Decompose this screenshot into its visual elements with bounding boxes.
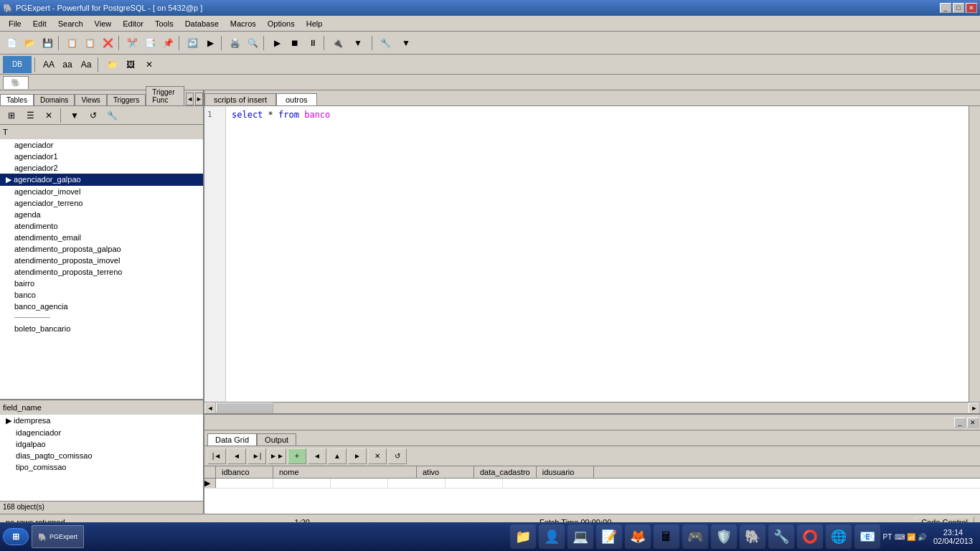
tb-btn-19[interactable]: 🔧 — [377, 34, 394, 52]
taskbar-app-6[interactable]: 🛡️ — [711, 524, 737, 549]
table-item[interactable]: banco — [0, 289, 203, 301]
minimize-btn[interactable]: _ — [940, 3, 951, 13]
db-icon-btn[interactable]: DB — [3, 56, 32, 73]
menu-database[interactable]: Database — [179, 18, 225, 29]
tb-btn-15[interactable]: ⏹ — [286, 34, 303, 52]
table-list[interactable]: agenciador agenciador1 agenciador2 ▶ age… — [0, 139, 203, 399]
tab-output[interactable]: Output — [257, 433, 296, 446]
image-btn[interactable]: 🖼 — [122, 56, 139, 73]
grid-view-btn[interactable]: ⊞ — [3, 107, 20, 124]
nav-last-btn[interactable]: ►| — [248, 448, 266, 464]
menu-search[interactable]: Search — [52, 18, 89, 29]
undo-btn[interactable]: ↩️ — [184, 34, 201, 52]
tb-btn-18[interactable]: ▼ — [347, 34, 369, 52]
nav-next-btn[interactable]: ►► — [268, 448, 286, 464]
fields-list[interactable]: ▶ idempresa idagenciador idgalpao dias_p… — [0, 415, 203, 501]
menu-macros[interactable]: Macros — [225, 18, 262, 29]
tab-tables[interactable]: Tables — [0, 94, 34, 105]
taskbar-app-2[interactable]: 👤 — [539, 524, 565, 549]
tb-btn-4[interactable]: 📋 — [63, 34, 80, 52]
font-a-small-btn[interactable]: aa — [59, 56, 76, 73]
add-row-btn[interactable]: + — [288, 448, 306, 464]
menu-editor[interactable]: Editor — [117, 18, 149, 29]
tb-btn-5[interactable]: 📋 — [81, 34, 98, 52]
db-connection-tab[interactable]: 🐘 — [3, 76, 29, 89]
table-item[interactable]: atendimento — [0, 220, 203, 232]
list-view-btn[interactable]: ☰ — [22, 107, 39, 124]
table-item[interactable]: agenciador_imovel — [0, 186, 203, 197]
data-area-close[interactable]: ✕ — [967, 418, 979, 428]
delete-row-btn[interactable]: ✕ — [368, 448, 387, 464]
tb-btn-20[interactable]: ▼ — [395, 34, 418, 52]
grid-data-nome[interactable] — [273, 479, 331, 488]
save-btn[interactable]: 💾 — [39, 34, 56, 52]
table-item[interactable]: atendimento_proposta_imovel — [0, 255, 203, 266]
tb-btn-16[interactable]: ⏸ — [304, 34, 321, 52]
field-item[interactable]: idgalpao — [0, 438, 203, 450]
taskbar-app-firefox[interactable]: 🦊 — [625, 524, 651, 549]
hscroll-thumb[interactable] — [216, 402, 273, 413]
nav-btn-6[interactable]: ◄ — [308, 448, 326, 464]
menu-edit[interactable]: Edit — [27, 18, 52, 29]
start-button[interactable]: ⊞ — [3, 528, 29, 545]
tb-btn-6[interactable]: ❌ — [99, 34, 116, 52]
taskbar-app-browser[interactable]: 🌐 — [826, 524, 852, 549]
delete-obj-btn[interactable]: ✕ — [40, 107, 57, 124]
table-item[interactable]: agenda — [0, 209, 203, 220]
font-a-btn[interactable]: Aa — [77, 56, 95, 73]
tab-domains[interactable]: Domains — [34, 94, 75, 105]
taskbar-app-mail[interactable]: 📧 — [854, 524, 880, 549]
table-item[interactable]: atendimento_email — [0, 232, 203, 243]
hscroll-left[interactable]: ◄ — [204, 402, 216, 414]
taskbar-clock[interactable]: 23:14 02/04/2013 — [929, 527, 977, 547]
nav-prev-btn[interactable]: ◄ — [227, 448, 246, 464]
folder2-btn[interactable]: 📁 — [103, 56, 121, 73]
tab-data-grid[interactable]: Data Grid — [207, 433, 257, 446]
tb-btn-7[interactable]: ✂️ — [123, 34, 141, 52]
grid-data-idbanco[interactable] — [216, 479, 273, 488]
table-item[interactable]: agenciador2 — [0, 162, 203, 174]
obj-tabs-next[interactable]: ► — [195, 93, 203, 105]
grid-data-idusuario[interactable] — [446, 479, 503, 488]
taskbar-app-8[interactable]: ⭕ — [797, 524, 823, 549]
nav-btn-7[interactable]: ▲ — [328, 448, 347, 464]
menu-file[interactable]: File — [3, 18, 27, 29]
refresh-data-btn[interactable]: ↺ — [388, 448, 407, 464]
table-item[interactable]: agenciador — [0, 139, 203, 151]
table-item[interactable]: atendimento_proposta_galpao — [0, 243, 203, 255]
tab-outros[interactable]: outros — [276, 93, 317, 105]
table-item[interactable]: bairro — [0, 278, 203, 289]
tab-views[interactable]: Views — [75, 94, 107, 105]
field-item[interactable]: dias_pagto_comissao — [0, 450, 203, 461]
hscroll-right[interactable]: ► — [969, 402, 980, 414]
font-aa-btn[interactable]: AA — [40, 56, 57, 73]
table-item[interactable]: atendimento_proposta_terreno — [0, 266, 203, 278]
taskbar-app-3[interactable]: 💻 — [567, 524, 593, 549]
field-item[interactable]: idagenciador — [0, 427, 203, 438]
nav-first-btn[interactable]: |◄ — [207, 448, 226, 464]
filter-btn[interactable]: ▼ — [66, 107, 83, 124]
wrench-btn[interactable]: 🔧 — [103, 107, 121, 124]
connect-btn[interactable]: 🔌 — [329, 34, 346, 52]
tb-btn-12[interactable]: 🖨️ — [226, 34, 243, 52]
sql-content[interactable]: select * from banco — [226, 106, 969, 402]
obj-tabs-prev[interactable]: ◄ — [186, 93, 194, 105]
refresh-btn[interactable]: ↺ — [85, 107, 102, 124]
taskbar-app-calc[interactable]: 🖩 — [654, 524, 679, 549]
table-item-selected[interactable]: ▶ agenciador_galpao — [0, 174, 203, 186]
table-item[interactable]: ─────── — [0, 312, 203, 323]
menu-help[interactable]: Help — [301, 18, 329, 29]
editor-hscroll[interactable]: ◄ ► — [204, 402, 980, 413]
tab-trigger-func[interactable]: Trigger Func — [146, 86, 184, 105]
field-item[interactable]: ▶ idempresa — [0, 415, 203, 427]
field-item[interactable]: tipo_comissao — [0, 461, 203, 473]
table-item[interactable]: agenciador_terreno — [0, 197, 203, 209]
grid-data-data-cadastro[interactable] — [388, 479, 446, 488]
tb-btn-13[interactable]: 🔍 — [244, 34, 261, 52]
editor-scrollbar[interactable] — [969, 106, 980, 402]
taskbar-app-1[interactable]: 📁 — [510, 524, 536, 549]
taskbar-app-pg[interactable]: 🐘 — [740, 524, 765, 549]
table-item[interactable]: boleto_bancario — [0, 323, 203, 334]
grid-data-ativo[interactable] — [331, 479, 388, 488]
tab-triggers[interactable]: Triggers — [107, 94, 146, 105]
